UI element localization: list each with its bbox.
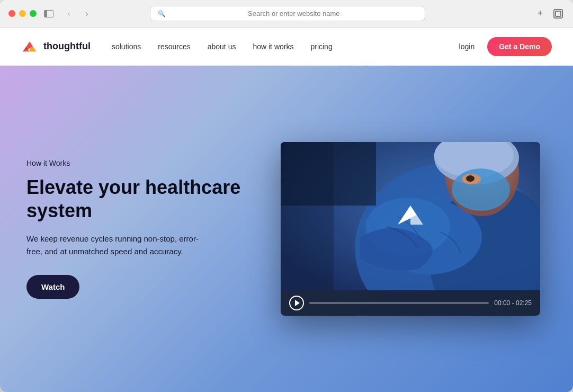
- video-scene: [281, 142, 540, 290]
- close-button[interactable]: [8, 10, 15, 17]
- get-demo-button[interactable]: Get a Demo: [487, 37, 552, 56]
- play-button[interactable]: [289, 296, 304, 310]
- hero-section: How it Works Elevate your healthcare sys…: [0, 66, 573, 392]
- play-icon: [295, 300, 300, 306]
- navbar: thoughtful solutions resources about us …: [0, 28, 573, 66]
- nav-links: solutions resources about us how it work…: [112, 42, 459, 51]
- logo[interactable]: thoughtful: [21, 38, 91, 55]
- hero-title: Elevate your healthcare system: [26, 176, 249, 221]
- nav-about-us[interactable]: about us: [208, 42, 236, 51]
- nav-resources[interactable]: resources: [158, 42, 190, 51]
- website-content: thoughtful solutions resources about us …: [0, 28, 573, 392]
- nav-pricing[interactable]: pricing: [310, 42, 332, 51]
- browser-window: ‹ › 🔍 Search or enter website name +: [0, 0, 573, 392]
- svg-point-13: [452, 168, 510, 211]
- address-bar-text: Search or enter website name: [170, 10, 417, 17]
- logo-icon: [21, 38, 38, 55]
- navbar-right: login Get a Demo: [459, 37, 552, 56]
- svg-point-15: [466, 175, 474, 182]
- video-player: 00:00 - 02:25: [281, 142, 540, 316]
- sidebar-toggle-icon[interactable]: [43, 9, 55, 19]
- video-logo-overlay: [395, 199, 426, 233]
- minimize-button[interactable]: [19, 10, 26, 17]
- svg-rect-17: [281, 142, 334, 290]
- browser-actions: +: [534, 7, 565, 20]
- hero-description: We keep revenue cycles running non-stop,…: [26, 233, 207, 258]
- watch-button[interactable]: Watch: [26, 275, 79, 299]
- logo-text: thoughtful: [43, 41, 91, 52]
- maximize-button[interactable]: [30, 10, 37, 17]
- login-link[interactable]: login: [459, 42, 475, 51]
- video-controls: 00:00 - 02:25: [281, 290, 540, 316]
- search-icon: 🔍: [158, 10, 166, 17]
- progress-bar[interactable]: [309, 302, 489, 304]
- svg-rect-1: [556, 11, 561, 16]
- hero-eyebrow: How it Works: [26, 159, 249, 167]
- forward-button[interactable]: ›: [81, 8, 93, 20]
- nav-how-it-works[interactable]: how it works: [253, 42, 293, 51]
- nav-solutions[interactable]: solutions: [112, 42, 141, 51]
- browser-traffic-lights: [8, 10, 37, 17]
- tabs-overview-button[interactable]: [552, 7, 565, 20]
- video-time: 00:00 - 02:25: [494, 299, 532, 307]
- address-bar[interactable]: 🔍 Search or enter website name: [150, 6, 425, 21]
- new-tab-button[interactable]: +: [534, 7, 547, 20]
- back-button[interactable]: ‹: [63, 8, 75, 20]
- browser-chrome: ‹ › 🔍 Search or enter website name +: [0, 0, 573, 28]
- hero-content: How it Works Elevate your healthcare sys…: [26, 159, 249, 298]
- video-thumbnail[interactable]: [281, 142, 540, 290]
